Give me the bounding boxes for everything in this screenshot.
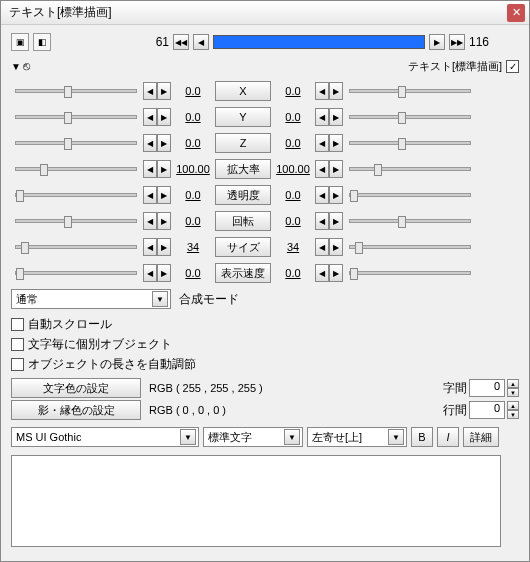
- value-right[interactable]: 0.0: [273, 215, 313, 227]
- font-family-combo[interactable]: MS UI Gothic ▼: [11, 427, 199, 447]
- inc-right-button[interactable]: ▶: [329, 160, 343, 178]
- value-left[interactable]: 0.0: [173, 85, 213, 97]
- auto-length-checkbox[interactable]: [11, 358, 24, 371]
- dec-right-button[interactable]: ◀: [315, 212, 329, 230]
- text-align-combo[interactable]: 左寄せ[上] ▼: [307, 427, 407, 447]
- seek-start-button[interactable]: ◀◀: [173, 34, 189, 50]
- line-spacing-up[interactable]: ▲: [507, 401, 519, 410]
- dec-left-button[interactable]: ◀: [143, 134, 157, 152]
- dec-right-button[interactable]: ◀: [315, 134, 329, 152]
- text-color-button[interactable]: 文字色の設定: [11, 378, 141, 398]
- line-spacing-input[interactable]: 0: [469, 401, 505, 419]
- close-button[interactable]: ✕: [507, 4, 525, 22]
- slider-right[interactable]: [349, 115, 471, 119]
- inc-left-button[interactable]: ▶: [157, 82, 171, 100]
- dec-left-button[interactable]: ◀: [143, 82, 157, 100]
- slider-left[interactable]: [15, 193, 137, 197]
- camera-icon[interactable]: ▣: [11, 33, 29, 51]
- slider-left[interactable]: [15, 271, 137, 275]
- char-spacing-down[interactable]: ▼: [507, 388, 519, 397]
- dec-left-button[interactable]: ◀: [143, 212, 157, 230]
- param-name-button[interactable]: サイズ: [215, 237, 271, 257]
- value-left[interactable]: 0.0: [173, 267, 213, 279]
- dec-right-button[interactable]: ◀: [315, 264, 329, 282]
- inc-left-button[interactable]: ▶: [157, 212, 171, 230]
- param-name-button[interactable]: 拡大率: [215, 159, 271, 179]
- value-right[interactable]: 0.0: [273, 189, 313, 201]
- param-name-button[interactable]: 表示速度: [215, 263, 271, 283]
- slider-right[interactable]: [349, 141, 471, 145]
- blend-mode-combo[interactable]: 通常 ▼: [11, 289, 171, 309]
- char-spacing-up[interactable]: ▲: [507, 379, 519, 388]
- inc-right-button[interactable]: ▶: [329, 212, 343, 230]
- collapse-icon[interactable]: ▼: [11, 61, 21, 72]
- dec-left-button[interactable]: ◀: [143, 108, 157, 126]
- dec-right-button[interactable]: ◀: [315, 238, 329, 256]
- prev-frame-button[interactable]: ◀: [193, 34, 209, 50]
- slider-left[interactable]: [15, 219, 137, 223]
- slider-right[interactable]: [349, 89, 471, 93]
- dec-left-button[interactable]: ◀: [143, 264, 157, 282]
- inc-right-button[interactable]: ▶: [329, 186, 343, 204]
- per-char-checkbox[interactable]: [11, 338, 24, 351]
- dec-left-button[interactable]: ◀: [143, 160, 157, 178]
- param-name-button[interactable]: 透明度: [215, 185, 271, 205]
- param-name-button[interactable]: X: [215, 81, 271, 101]
- param-name-button[interactable]: Z: [215, 133, 271, 153]
- inc-left-button[interactable]: ▶: [157, 134, 171, 152]
- inc-right-button[interactable]: ▶: [329, 134, 343, 152]
- param-name-button[interactable]: 回転: [215, 211, 271, 231]
- inc-left-button[interactable]: ▶: [157, 108, 171, 126]
- value-left[interactable]: 0.0: [173, 111, 213, 123]
- dec-right-button[interactable]: ◀: [315, 160, 329, 178]
- value-left[interactable]: 0.0: [173, 137, 213, 149]
- value-right[interactable]: 34: [273, 241, 313, 253]
- slider-left[interactable]: [15, 115, 137, 119]
- value-left[interactable]: 0.0: [173, 189, 213, 201]
- slider-left[interactable]: [15, 89, 137, 93]
- section-enable-checkbox[interactable]: ✓: [506, 60, 519, 73]
- line-spacing-down[interactable]: ▼: [507, 410, 519, 419]
- next-frame-button[interactable]: ▶: [429, 34, 445, 50]
- value-right[interactable]: 0.0: [273, 137, 313, 149]
- value-right[interactable]: 0.0: [273, 111, 313, 123]
- italic-button[interactable]: I: [437, 427, 459, 447]
- dec-left-button[interactable]: ◀: [143, 186, 157, 204]
- font-style-combo[interactable]: 標準文字 ▼: [203, 427, 303, 447]
- inc-left-button[interactable]: ▶: [157, 186, 171, 204]
- value-right[interactable]: 100.00: [273, 163, 313, 175]
- inc-left-button[interactable]: ▶: [157, 160, 171, 178]
- auto-scroll-checkbox[interactable]: [11, 318, 24, 331]
- slider-right[interactable]: [349, 193, 471, 197]
- inc-left-button[interactable]: ▶: [157, 238, 171, 256]
- dec-left-button[interactable]: ◀: [143, 238, 157, 256]
- text-input[interactable]: [11, 455, 501, 547]
- timeline-bar[interactable]: [213, 35, 425, 49]
- dec-right-button[interactable]: ◀: [315, 82, 329, 100]
- bold-button[interactable]: B: [411, 427, 433, 447]
- slider-right[interactable]: [349, 219, 471, 223]
- value-left[interactable]: 100.00: [173, 163, 213, 175]
- inc-right-button[interactable]: ▶: [329, 108, 343, 126]
- value-right[interactable]: 0.0: [273, 267, 313, 279]
- inc-left-button[interactable]: ▶: [157, 264, 171, 282]
- slider-left[interactable]: [15, 245, 137, 249]
- value-left[interactable]: 34: [173, 241, 213, 253]
- char-spacing-input[interactable]: 0: [469, 379, 505, 397]
- dec-right-button[interactable]: ◀: [315, 108, 329, 126]
- seek-end-button[interactable]: ▶▶: [449, 34, 465, 50]
- detail-button[interactable]: 詳細: [463, 427, 499, 447]
- value-left[interactable]: 0.0: [173, 215, 213, 227]
- inc-right-button[interactable]: ▶: [329, 82, 343, 100]
- slider-right[interactable]: [349, 167, 471, 171]
- dec-right-button[interactable]: ◀: [315, 186, 329, 204]
- shadow-color-button[interactable]: 影・縁色の設定: [11, 400, 141, 420]
- slider-left[interactable]: [15, 167, 137, 171]
- slider-right[interactable]: [349, 271, 471, 275]
- param-name-button[interactable]: Y: [215, 107, 271, 127]
- value-right[interactable]: 0.0: [273, 85, 313, 97]
- slider-left[interactable]: [15, 141, 137, 145]
- inc-right-button[interactable]: ▶: [329, 264, 343, 282]
- inc-right-button[interactable]: ▶: [329, 238, 343, 256]
- anchor-icon[interactable]: ⎋: [23, 59, 30, 73]
